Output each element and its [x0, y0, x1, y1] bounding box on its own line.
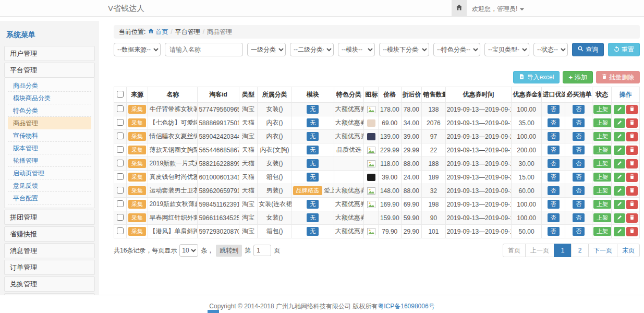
- delete-button[interactable]: [626, 173, 638, 182]
- module-select[interactable]: --模块--: [338, 43, 375, 56]
- status-toggle[interactable]: 上架: [593, 118, 611, 127]
- reset-button[interactable]: 重置: [608, 43, 640, 56]
- sidebar-item[interactable]: 特色分类: [8, 104, 91, 117]
- select-all-checkbox[interactable]: [117, 91, 124, 98]
- must-buy-toggle[interactable]: 否: [573, 159, 585, 168]
- status-toggle[interactable]: 上架: [593, 213, 611, 222]
- edit-button[interactable]: [614, 118, 625, 128]
- status-toggle[interactable]: 上架: [593, 159, 611, 168]
- edit-button[interactable]: [614, 186, 625, 196]
- delete-button[interactable]: [626, 227, 638, 236]
- source-filter-select[interactable]: --数据来源--: [114, 43, 161, 56]
- per-page-select[interactable]: 10: [179, 244, 198, 257]
- add-button[interactable]: + 添加: [563, 71, 593, 83]
- page-button[interactable]: 2: [571, 244, 589, 257]
- edit-button[interactable]: [614, 132, 625, 141]
- level1-category-select[interactable]: 一级分类: [247, 43, 286, 56]
- page-button[interactable]: 1: [554, 244, 572, 257]
- status-toggle[interactable]: 上架: [593, 200, 611, 209]
- import-select-toggle[interactable]: 否: [548, 186, 560, 195]
- sidebar-item[interactable]: 商品管理: [8, 117, 91, 129]
- search-button[interactable]: 查询: [572, 43, 604, 56]
- must-buy-toggle[interactable]: 否: [573, 132, 585, 141]
- edit-button[interactable]: [614, 227, 625, 236]
- status-toggle[interactable]: 上架: [593, 146, 611, 154]
- page-button[interactable]: 上一页: [525, 244, 554, 257]
- import-select-toggle[interactable]: 否: [548, 213, 560, 222]
- edit-button[interactable]: [614, 200, 625, 209]
- sidebar-item[interactable]: 版本管理: [8, 142, 91, 154]
- import-select-toggle[interactable]: 否: [548, 200, 560, 209]
- edit-button[interactable]: [614, 173, 625, 182]
- module-subcategory-select[interactable]: --模块下分类--: [379, 43, 429, 56]
- must-buy-toggle[interactable]: 否: [573, 186, 585, 195]
- import-select-toggle[interactable]: 否: [548, 105, 560, 114]
- delete-button[interactable]: [626, 213, 638, 223]
- user-menu[interactable]: 欢迎您，管理员!: [472, 5, 524, 14]
- row-checkbox[interactable]: [117, 187, 124, 194]
- must-buy-toggle[interactable]: 否: [573, 118, 585, 127]
- status-toggle[interactable]: 上架: [593, 132, 611, 141]
- import-select-toggle[interactable]: 否: [548, 118, 560, 127]
- import-select-toggle[interactable]: 否: [548, 132, 560, 141]
- import-select-toggle[interactable]: 否: [548, 159, 560, 168]
- edit-button[interactable]: [614, 213, 625, 223]
- must-buy-toggle[interactable]: 否: [573, 213, 585, 222]
- row-checkbox[interactable]: [117, 214, 124, 221]
- item-type-select[interactable]: --宝贝类型--: [484, 43, 529, 56]
- must-buy-toggle[interactable]: 否: [573, 173, 585, 182]
- delete-button[interactable]: [626, 118, 638, 128]
- delete-button[interactable]: [626, 132, 638, 141]
- status-toggle[interactable]: 上架: [593, 105, 611, 114]
- sidebar-group[interactable]: 拼团管理: [4, 210, 95, 225]
- sidebar-group[interactable]: 消息管理: [4, 243, 95, 258]
- name-search-input[interactable]: [165, 43, 243, 56]
- must-buy-toggle[interactable]: 否: [573, 200, 585, 209]
- import-select-toggle[interactable]: 否: [548, 227, 560, 236]
- delete-button[interactable]: [626, 200, 638, 209]
- delete-button[interactable]: [626, 186, 638, 196]
- page-button[interactable]: 下一页: [588, 244, 617, 257]
- must-buy-toggle[interactable]: 否: [573, 105, 585, 114]
- sidebar-group[interactable]: 用户管理: [4, 46, 95, 61]
- sidebar-item[interactable]: 启动页管理: [8, 167, 91, 179]
- batch-delete-button[interactable]: 批量删除: [596, 71, 640, 83]
- sidebar-item[interactable]: 模块商品分类: [8, 92, 91, 104]
- sidebar-group[interactable]: 平台管理: [4, 63, 95, 78]
- sidebar-item[interactable]: 意见反馈: [8, 179, 91, 192]
- status-select[interactable]: --状态--: [533, 43, 568, 56]
- page-button[interactable]: 末页: [617, 244, 640, 257]
- row-checkbox[interactable]: [117, 200, 124, 207]
- icp-link[interactable]: 粤ICP备16098006号: [378, 303, 434, 310]
- jump-button[interactable]: 跳转到: [216, 245, 242, 257]
- row-checkbox[interactable]: [117, 160, 124, 166]
- row-checkbox[interactable]: [117, 146, 124, 153]
- sidebar-group[interactable]: 省赚快报: [4, 226, 95, 242]
- feature-category-select[interactable]: --特色分类--: [433, 43, 480, 56]
- page-button[interactable]: 首页: [503, 244, 526, 257]
- sidebar-item[interactable]: 轮播管理: [8, 154, 91, 167]
- row-checkbox[interactable]: [117, 227, 124, 234]
- row-checkbox[interactable]: [117, 105, 124, 112]
- sidebar-item[interactable]: 平台配置: [8, 192, 91, 204]
- row-checkbox[interactable]: [117, 173, 124, 180]
- delete-button[interactable]: [626, 146, 638, 155]
- edit-button[interactable]: [614, 159, 625, 168]
- row-checkbox[interactable]: [117, 133, 124, 139]
- import-select-toggle[interactable]: 否: [548, 146, 560, 154]
- sidebar-group[interactable]: 订单管理: [4, 260, 95, 275]
- must-buy-toggle[interactable]: 否: [573, 146, 585, 154]
- sidebar-item[interactable]: 宣传物料: [8, 129, 91, 142]
- edit-button[interactable]: [614, 146, 625, 155]
- sidebar-item[interactable]: 商品分类: [8, 79, 91, 92]
- import-select-toggle[interactable]: 否: [548, 173, 560, 182]
- home-button[interactable]: [452, 0, 467, 16]
- status-toggle[interactable]: 上架: [593, 173, 611, 182]
- breadcrumb-home-link[interactable]: 首页: [148, 28, 168, 37]
- sidebar-group[interactable]: 兑换管理: [4, 276, 95, 292]
- row-checkbox[interactable]: [117, 119, 124, 126]
- status-toggle[interactable]: 上架: [593, 227, 611, 236]
- delete-button[interactable]: [626, 159, 638, 168]
- must-buy-toggle[interactable]: 否: [573, 227, 585, 236]
- delete-button[interactable]: [626, 105, 638, 114]
